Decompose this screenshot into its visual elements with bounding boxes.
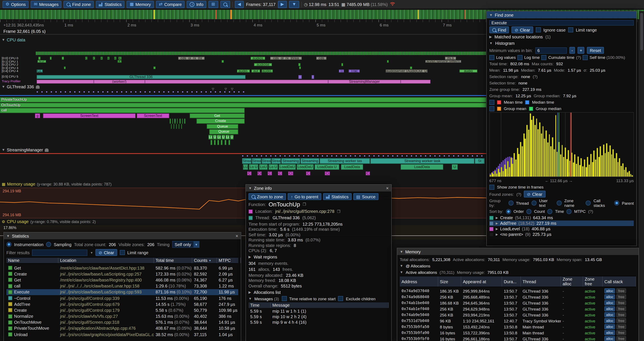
timeline-zone[interactable]: C bbox=[268, 171, 272, 175]
alloc-callstack-button[interactable]: alloc bbox=[604, 300, 615, 305]
timeline-zone[interactable]: C bbox=[247, 171, 252, 175]
table-row[interactable]: Createjni/../jni/src/guif/Control.cpp:17… bbox=[6, 307, 238, 313]
memory-titlebar[interactable]: ▼ Memory bbox=[397, 248, 638, 255]
timeline-zone[interactable]: k bbox=[118, 57, 122, 60]
collapsed-zone-icon[interactable]: ▽ bbox=[231, 87, 233, 91]
collapse-icon[interactable]: ▼ bbox=[248, 186, 252, 190]
histogram-bar[interactable] bbox=[523, 134, 524, 177]
collapse-icon[interactable]: ▼ bbox=[489, 13, 493, 17]
timeline-zone[interactable]: call bbox=[0, 108, 245, 113]
group-by-user-text-radio[interactable] bbox=[532, 200, 536, 206]
timeline-zone[interactable]: aut bbox=[252, 70, 260, 72]
message-dot[interactable] bbox=[388, 155, 389, 157]
message-dot[interactable] bbox=[303, 155, 304, 157]
histogram-bar[interactable] bbox=[542, 126, 544, 177]
close-icon[interactable]: × bbox=[386, 186, 389, 190]
message-dot[interactable] bbox=[392, 155, 394, 157]
timeline-zone[interactable] bbox=[299, 66, 301, 69]
timeline-zone[interactable]: Lo U bbox=[249, 164, 258, 170]
sort-by-count-radio[interactable] bbox=[526, 209, 532, 214]
timeline-zone[interactable] bbox=[298, 63, 300, 66]
message-dot[interactable] bbox=[234, 91, 235, 93]
message-dot[interactable] bbox=[135, 91, 136, 93]
table-row[interactable]: calljni/../jni/../../../src/claw/base/Lu… bbox=[6, 283, 238, 289]
timeline-zone[interactable]: Trac bbox=[349, 70, 360, 72]
timeline-zone[interactable] bbox=[342, 63, 343, 66]
timeline-zone[interactable] bbox=[228, 140, 230, 145]
free-callstack-button[interactable]: free bbox=[616, 324, 626, 329]
timeline-zone[interactable]: E bbox=[174, 119, 176, 124]
timeline-zone[interactable]: LoadDaU bbox=[279, 164, 296, 170]
message-dot[interactable] bbox=[340, 155, 342, 157]
histogram-bar[interactable] bbox=[579, 165, 580, 177]
histogram-bar[interactable] bbox=[608, 152, 609, 177]
histogram-bar[interactable] bbox=[528, 130, 529, 177]
histogram-bar[interactable] bbox=[588, 165, 590, 177]
timeline-zone[interactable] bbox=[181, 124, 182, 129]
histogram-bar[interactable] bbox=[602, 155, 603, 177]
message-dot[interactable] bbox=[354, 155, 356, 157]
histogram-bar[interactable] bbox=[584, 160, 585, 177]
timeline-zone[interactable]: ScreenText bbox=[137, 113, 169, 118]
histogram-bar[interactable] bbox=[498, 169, 499, 177]
histogram-bar[interactable] bbox=[509, 167, 510, 177]
collapse-icon[interactable]: ▼ bbox=[400, 264, 403, 268]
histogram-bar[interactable] bbox=[546, 131, 547, 177]
timeline-zone[interactable] bbox=[170, 119, 171, 124]
histogram-bar[interactable] bbox=[496, 173, 498, 177]
message-dot[interactable] bbox=[215, 91, 216, 93]
allocation-row[interactable]: 0x7553b9fbf016 bytes296,661,186ns13:50.7… bbox=[400, 336, 636, 341]
sampling-radio[interactable] bbox=[46, 242, 51, 247]
timeline-zone[interactable] bbox=[172, 119, 173, 124]
timeline-zone[interactable]: audios bbox=[250, 57, 265, 60]
timeline-zone[interactable] bbox=[387, 60, 389, 63]
close-icon[interactable]: × bbox=[236, 234, 238, 238]
timeline-zone[interactable] bbox=[50, 57, 52, 60]
timeline-zone[interactable] bbox=[178, 124, 180, 129]
message-dot[interactable] bbox=[462, 155, 464, 157]
histogram-bar[interactable] bbox=[510, 158, 512, 177]
message-dot[interactable] bbox=[261, 155, 262, 157]
message-dot[interactable] bbox=[317, 155, 318, 157]
expand-icon[interactable]: ▶ bbox=[496, 233, 498, 236]
histogram-bar[interactable] bbox=[613, 150, 614, 177]
timeline-zone[interactable] bbox=[38, 57, 40, 60]
vertical-scrollbar[interactable] bbox=[639, 11, 644, 341]
message-dot[interactable] bbox=[439, 155, 440, 157]
message-dot[interactable] bbox=[98, 91, 99, 93]
free-callstack-button[interactable]: free bbox=[616, 330, 626, 335]
found-zones-clear-button[interactable]: ⊘Clear bbox=[524, 191, 545, 197]
message-dot[interactable] bbox=[280, 155, 281, 157]
message-dot[interactable] bbox=[224, 91, 226, 93]
table-row[interactable]: Createjni/../jni/src/claw/base/LuaScript… bbox=[6, 271, 238, 277]
timeline-zone[interactable]: Strea bbox=[262, 158, 271, 164]
timeline-zone[interactable]: mi.ti bbox=[445, 57, 456, 60]
thread-name[interactable]: GLThread 336 bbox=[272, 215, 300, 220]
message-dot[interactable] bbox=[220, 91, 221, 93]
scrollbar-thumb[interactable] bbox=[640, 13, 643, 50]
timeline-zone[interactable] bbox=[171, 124, 172, 129]
message-dot[interactable] bbox=[359, 155, 360, 157]
histogram-bar[interactable] bbox=[534, 125, 536, 177]
timeline-zone[interactable]: Streaming worker task bbox=[370, 158, 474, 164]
sort-by-mtpc-radio[interactable] bbox=[566, 209, 572, 214]
expand-icon[interactable]: ▶ bbox=[489, 35, 492, 39]
table-row[interactable]: Get/mnt/e/claw/src/claw/base/Registry.hp… bbox=[6, 277, 238, 283]
timeline-zone[interactable]: cds_ol_rx_thr bbox=[178, 57, 204, 60]
histogram-bar[interactable] bbox=[531, 120, 532, 177]
free-callstack-button[interactable]: free bbox=[616, 300, 626, 305]
table-row[interactable]: AddTreejni/../jni/src/guif/Control.cpp:6… bbox=[6, 301, 238, 307]
histogram-bar[interactable] bbox=[586, 167, 587, 177]
find-button[interactable]: Find bbox=[489, 27, 509, 33]
table-row[interactable]: Normalizejni/../jni/src/claw/vfs/Vfs.cpp… bbox=[6, 313, 238, 319]
allocation-row[interactable]: 0x7531d7b04096 KB1:10 234,952,16112:40.7… bbox=[400, 318, 636, 324]
timeline-zone[interactable]: Lo bbox=[226, 135, 230, 139]
message-dot[interactable] bbox=[163, 91, 164, 93]
timeline-zone[interactable] bbox=[410, 66, 412, 69]
timeline-zone[interactable]: Strea bbox=[272, 158, 281, 164]
timeline-zone[interactable]: LoadData bbox=[401, 164, 443, 170]
message-dot[interactable] bbox=[397, 155, 398, 157]
message-dot[interactable] bbox=[294, 155, 295, 157]
message-row[interactable]: 5.59 smip 11 w 1 h 1 (1) bbox=[248, 308, 389, 314]
allocation-row[interactable]: 0x7553b9fa9016 bytes153,722,396ns13:50.8… bbox=[400, 330, 636, 336]
